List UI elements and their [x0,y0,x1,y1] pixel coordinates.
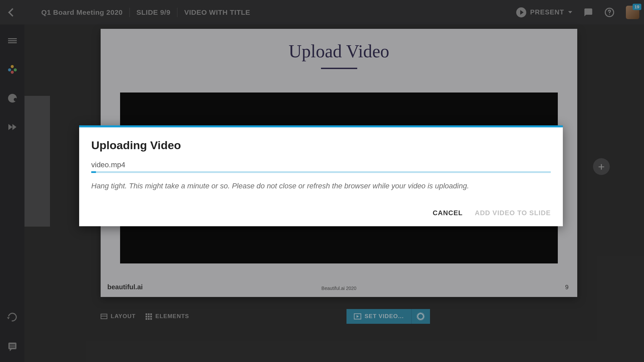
cancel-button[interactable]: CANCEL [433,209,463,217]
upload-video-modal: Uploading Video video.mp4 Hang tight. Th… [79,125,563,226]
modal-message: Hang tight. This might take a minute or … [91,182,551,190]
modal-title: Uploading Video [91,139,551,152]
modal-actions: CANCEL ADD VIDEO TO SLIDE [91,209,551,217]
progress-fill [91,171,96,173]
progress-bar [91,171,551,173]
upload-filename: video.mp4 [91,161,551,169]
add-video-button: ADD VIDEO TO SLIDE [475,209,551,217]
